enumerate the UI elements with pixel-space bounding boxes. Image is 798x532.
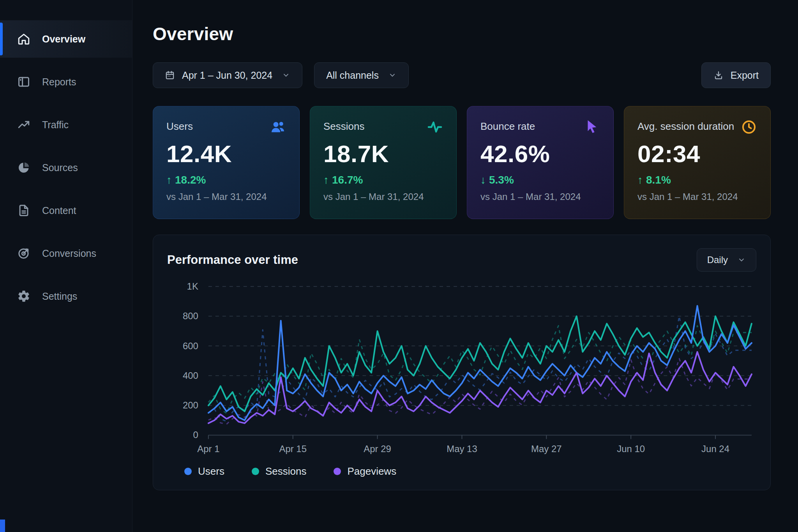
- x-axis-label: May 13: [447, 444, 477, 454]
- y-axis-label: 600: [183, 341, 198, 351]
- legend-dot: [184, 468, 192, 475]
- file-text-icon: [17, 204, 30, 217]
- screen-corner-artifact: [0, 520, 5, 532]
- sidebar-item-label: Overview: [42, 34, 85, 45]
- mouse-pointer-icon: [584, 119, 600, 135]
- calendar-icon: [165, 70, 175, 80]
- y-axis-label: 0: [193, 429, 198, 440]
- kpi-compare-label: vs Jan 1 – Mar 31, 2024: [637, 191, 757, 202]
- channels-select[interactable]: All channels: [314, 62, 409, 88]
- series-line-previous-users: [208, 316, 752, 421]
- sidebar-item-label: Reports: [42, 76, 76, 88]
- kpi-value: 12.4K: [166, 141, 286, 166]
- kpi-delta: ↑16.7%: [323, 174, 443, 186]
- kpi-delta: ↓5.3%: [480, 174, 600, 186]
- home-icon: [17, 32, 30, 46]
- legend-dot: [252, 468, 259, 475]
- kpi-card-users: Users12.4K↑18.2%vs Jan 1 – Mar 31, 2024: [153, 106, 300, 219]
- granularity-label: Daily: [707, 255, 728, 265]
- legend-label: Pageviews: [347, 465, 396, 477]
- filter-row: Apr 1 – Jun 30, 2024 All channels Export: [153, 62, 771, 88]
- active-indicator: [0, 23, 3, 55]
- sidebar-item-settings[interactable]: Settings: [0, 277, 132, 315]
- kpi-value: 02:34: [637, 141, 757, 166]
- sidebar-item-label: Sources: [42, 162, 78, 173]
- sidebar-item-label: Settings: [42, 291, 77, 302]
- y-axis-label: 400: [183, 370, 198, 381]
- sidebar-item-conversions[interactable]: Conversions: [0, 235, 132, 272]
- granularity-select[interactable]: Daily: [697, 248, 756, 272]
- x-axis-label: Apr 29: [364, 444, 391, 454]
- kpi-label: Bounce rate: [480, 119, 535, 133]
- kpi-delta: ↑8.1%: [637, 174, 757, 186]
- export-button[interactable]: Export: [701, 62, 771, 88]
- sidebar-item-sources[interactable]: Sources: [0, 149, 132, 186]
- sidebar-item-traffic[interactable]: Traffic: [0, 106, 132, 143]
- analytics-dashboard: OverviewReportsTrafficSourcesContentConv…: [0, 0, 798, 532]
- y-axis-label: 200: [183, 400, 198, 410]
- kpi-delta-value: 18.2%: [175, 174, 206, 186]
- x-axis-label: Jun 24: [701, 444, 729, 454]
- sidebar-item-reports[interactable]: Reports: [0, 63, 132, 101]
- sidebar-item-label: Traffic: [42, 119, 69, 131]
- kpi-card-bounce: Bounce rate42.6%↓5.3%vs Jan 1 – Mar 31, …: [467, 106, 614, 219]
- sidebar-item-overview[interactable]: Overview: [0, 20, 132, 58]
- page-title: Overview: [153, 23, 771, 44]
- kpi-compare-label: vs Jan 1 – Mar 31, 2024: [166, 191, 286, 202]
- chevron-down-icon: [282, 71, 290, 80]
- series-line-users: [208, 306, 752, 421]
- main-content: Overview Apr 1 – Jun 30, 2024 All channe…: [132, 0, 798, 532]
- kpi-card-header: Avg. session duration: [637, 119, 757, 135]
- kpi-card-sessions: Sessions18.7K↑16.7%vs Jan 1 – Mar 31, 20…: [310, 106, 457, 219]
- export-label: Export: [731, 70, 759, 81]
- kpi-value: 18.7K: [323, 141, 443, 166]
- trend-up-icon: ↑: [166, 174, 172, 186]
- legend-item-users[interactable]: Users: [184, 465, 224, 477]
- date-range-label: Apr 1 – Jun 30, 2024: [182, 70, 272, 81]
- activity-icon: [427, 119, 443, 135]
- kpi-card-header: Bounce rate: [480, 119, 600, 135]
- chevron-down-icon: [388, 71, 397, 80]
- users-icon: [270, 119, 286, 135]
- series-line-sessions: [208, 316, 752, 411]
- performance-chart: 02004006008001KApr 1Apr 15Apr 29May 13Ma…: [167, 279, 756, 464]
- chart-card: Performance over time Daily 020040060080…: [153, 235, 771, 490]
- kpi-compare-label: vs Jan 1 – Mar 31, 2024: [480, 191, 600, 202]
- channels-label: All channels: [326, 70, 379, 81]
- sidebar-item-label: Content: [42, 205, 76, 216]
- x-axis-label: Apr 15: [279, 444, 307, 454]
- legend-item-pageviews[interactable]: Pageviews: [334, 465, 396, 477]
- legend-label: Users: [198, 465, 224, 477]
- legend-label: Sessions: [265, 465, 307, 477]
- legend-dot: [334, 468, 341, 475]
- kpi-delta-value: 8.1%: [646, 174, 671, 186]
- trend-down-icon: ↓: [480, 174, 486, 186]
- kpi-card-duration: Avg. session duration02:34↑8.1%vs Jan 1 …: [624, 106, 771, 219]
- date-range-picker[interactable]: Apr 1 – Jun 30, 2024: [153, 62, 302, 88]
- kpi-label: Sessions: [323, 119, 365, 133]
- trend-up-icon: ↑: [323, 174, 329, 186]
- sidebar: OverviewReportsTrafficSourcesContentConv…: [0, 0, 132, 532]
- target-icon: [17, 247, 30, 260]
- x-axis-label: Apr 1: [197, 444, 219, 454]
- kpi-label: Avg. session duration: [637, 119, 734, 133]
- x-axis-label: May 27: [531, 444, 562, 454]
- kpi-grid: Users12.4K↑18.2%vs Jan 1 – Mar 31, 2024S…: [153, 106, 771, 219]
- x-axis-label: Jun 10: [617, 444, 645, 454]
- download-icon: [713, 70, 724, 80]
- chart-area: 02004006008001KApr 1Apr 15Apr 29May 13Ma…: [167, 279, 756, 464]
- sidebar-nav: OverviewReportsTrafficSourcesContentConv…: [0, 20, 132, 315]
- kpi-delta-value: 5.3%: [489, 174, 514, 186]
- sidebar-item-label: Conversions: [42, 248, 96, 259]
- kpi-delta: ↑18.2%: [166, 174, 286, 186]
- trend-up-icon: ↑: [637, 174, 643, 186]
- chart-legend: UsersSessionsPageviews: [184, 465, 756, 477]
- sidebar-item-content[interactable]: Content: [0, 192, 132, 229]
- chart-header: Performance over time Daily: [167, 248, 756, 272]
- y-axis-label: 1K: [187, 281, 198, 292]
- kpi-card-header: Sessions: [323, 119, 443, 135]
- kpi-value: 42.6%: [480, 141, 600, 166]
- kpi-label: Users: [166, 119, 193, 133]
- clock-icon: [741, 119, 757, 135]
- legend-item-sessions[interactable]: Sessions: [252, 465, 307, 477]
